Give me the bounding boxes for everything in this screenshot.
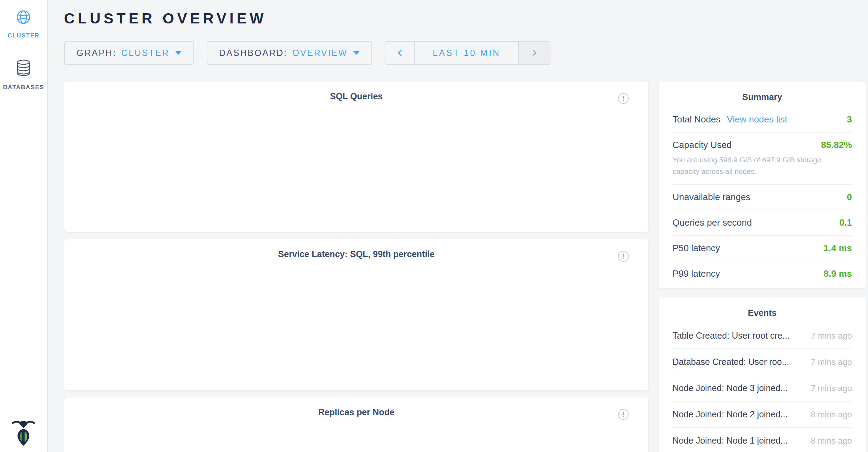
event-row: Node Joined: Node 2 joined...8 mins ago (673, 402, 852, 428)
summary-row: Capacity Used85.82%You are using 598.9 G… (673, 132, 852, 184)
content-area: SQL Queries ! Service Latency: SQL, 99th… (64, 81, 868, 452)
summary-row-subtext: You are using 598.9 GiB of 697.9 GiB sto… (673, 154, 840, 177)
events-panel: Events Table Created: User root cre...7 … (658, 297, 866, 452)
event-time: 7 mins ago (804, 383, 852, 393)
summary-row: P50 latency1.4 ms (673, 235, 852, 261)
chart-title: Service Latency: SQL, 99th percentile (64, 249, 648, 259)
time-range-label[interactable]: LAST 10 MIN (414, 42, 519, 64)
summary-row: Total NodesView nodes list3 (673, 107, 852, 132)
event-time: 7 mins ago (804, 331, 852, 341)
database-icon (16, 59, 31, 78)
summary-row-value: 1.4 ms (824, 243, 852, 254)
chart-card-sql-queries: SQL Queries ! (64, 81, 649, 232)
dashboard-dropdown[interactable]: DASHBOARD: OVERVIEW (207, 41, 372, 65)
summary-rows: Total NodesView nodes list3Capacity Used… (673, 107, 852, 286)
time-range-selector: ‹ LAST 10 MIN › (385, 41, 550, 65)
summary-row: Unavailable ranges0 (673, 184, 852, 210)
controls-bar: GRAPH: CLUSTER DASHBOARD: OVERVIEW ‹ LAS… (64, 41, 868, 65)
side-column: Summary Total NodesView nodes list3Capac… (658, 81, 866, 452)
graph-dropdown-value: CLUSTER (121, 48, 170, 58)
summary-panel: Summary Total NodesView nodes list3Capac… (658, 81, 866, 288)
chevron-left-icon: ‹ (397, 44, 402, 60)
chevron-down-icon (175, 51, 182, 55)
summary-row: Queries per second0.1 (673, 210, 852, 235)
events-title: Events (673, 297, 852, 323)
summary-row-label: P99 latency (673, 268, 720, 279)
event-text: Node Joined: Node 1 joined... (673, 436, 788, 446)
sidebar-item-cluster[interactable]: CLUSTER (8, 9, 40, 39)
summary-row-value: 0 (847, 192, 852, 203)
event-text: Node Joined: Node 2 joined... (673, 409, 788, 419)
chart-title: SQL Queries (64, 91, 648, 101)
chart-title: Replicas per Node (64, 407, 648, 417)
dashboard-dropdown-value: OVERVIEW (292, 48, 348, 58)
time-prev-button[interactable]: ‹ (385, 42, 414, 64)
event-row: Database Created: User roo...7 mins ago (673, 349, 852, 375)
summary-row: P99 latency8.9 ms (673, 261, 852, 286)
summary-row-label: Capacity Used (673, 140, 732, 150)
info-icon[interactable]: ! (618, 409, 629, 420)
main-content: CLUSTER OVERVIEW GRAPH: CLUSTER DASHBOAR… (49, 0, 868, 452)
charts-column: SQL Queries ! Service Latency: SQL, 99th… (64, 81, 649, 452)
event-row: Node Joined: Node 1 joined...8 mins ago (673, 428, 852, 452)
sidebar-item-databases[interactable]: DATABASES (3, 59, 44, 91)
sidebar-item-label: CLUSTER (8, 32, 40, 39)
summary-row-label: Total Nodes (673, 114, 720, 125)
info-icon[interactable]: ! (618, 251, 629, 262)
graph-dropdown-label: GRAPH: (77, 48, 116, 58)
chevron-down-icon (353, 51, 360, 55)
chart-card-service-latency: Service Latency: SQL, 99th percentile ! (64, 239, 649, 390)
event-row: Node Joined: Node 3 joined...7 mins ago (673, 375, 852, 402)
summary-row-value: 0.1 (839, 217, 852, 228)
summary-row-value: 8.9 ms (824, 268, 852, 279)
event-time: 8 mins ago (804, 436, 852, 446)
summary-row-value: 3 (847, 114, 852, 125)
event-time: 7 mins ago (804, 357, 852, 367)
sidebar: CLUSTER DATABASES (0, 0, 48, 452)
time-next-button[interactable]: › (519, 42, 550, 64)
globe-icon (15, 9, 31, 27)
summary-title: Summary (673, 82, 852, 107)
page-title: CLUSTER OVERVIEW (64, 10, 868, 26)
dashboard-dropdown-label: DASHBOARD: (219, 48, 287, 58)
event-text: Database Created: User roo... (673, 357, 789, 367)
info-icon[interactable]: ! (618, 93, 629, 104)
summary-row-label: Unavailable ranges (673, 192, 750, 203)
chevron-right-icon: › (532, 44, 536, 60)
sidebar-item-label: DATABASES (3, 84, 44, 91)
graph-dropdown[interactable]: GRAPH: CLUSTER (64, 41, 194, 65)
event-row: Table Created: User root cre...7 mins ag… (673, 323, 852, 349)
event-text: Node Joined: Node 3 joined... (673, 383, 788, 393)
event-rows: Table Created: User root cre...7 mins ag… (673, 323, 852, 452)
cockroachdb-logo (11, 418, 36, 447)
event-time: 8 mins ago (804, 410, 852, 419)
summary-row-value: 85.82% (821, 140, 852, 150)
summary-row-label: P50 latency (673, 243, 720, 254)
summary-row-label: Queries per second (673, 217, 752, 228)
chart-card-replicas-per-node: Replicas per Node ! (64, 397, 649, 452)
view-nodes-list-link[interactable]: View nodes list (727, 114, 787, 125)
event-text: Table Created: User root cre... (673, 331, 790, 341)
